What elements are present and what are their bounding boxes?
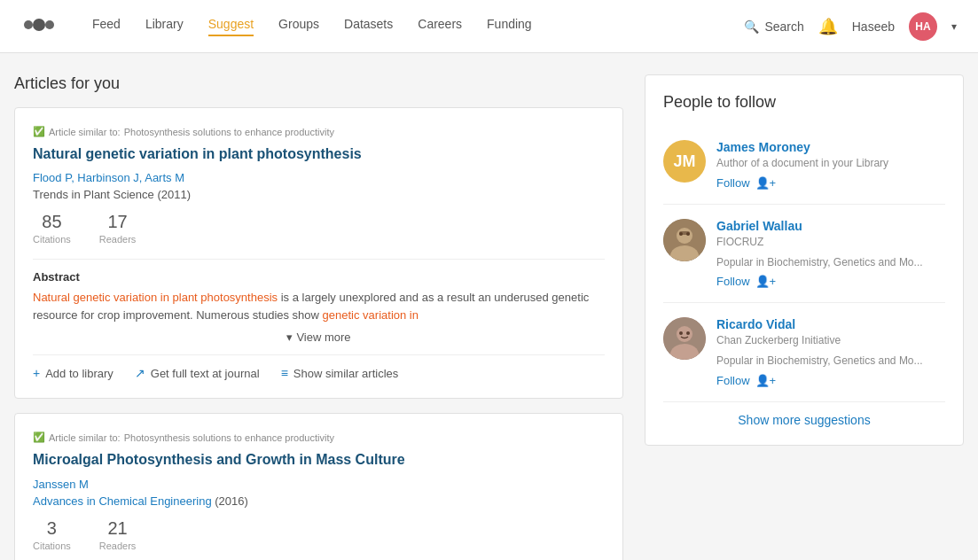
show-similar-label-1: Show similar articles: [293, 367, 398, 380]
people-section: People to follow JM James Moroney Author…: [645, 74, 964, 560]
svg-point-4: [677, 228, 692, 244]
person-item-gabriel: Gabriel Wallau FIOCRUZ Popular in Bioche…: [663, 205, 945, 304]
articles-section-title: Articles for you: [14, 74, 623, 93]
nav-careers[interactable]: Careers: [418, 17, 462, 36]
article-authors-2[interactable]: Janssen M: [33, 478, 605, 491]
nav-suggest[interactable]: Suggest: [208, 17, 254, 36]
follow-label-gabriel: Follow: [716, 275, 750, 288]
search-icon: 🔍: [744, 19, 759, 34]
get-full-text-label-1: Get full text at journal: [151, 367, 260, 380]
svg-point-0: [24, 20, 33, 29]
tag-article-1: Photosynthesis solutions to enhance prod…: [124, 127, 334, 137]
person-desc-gabriel: Popular in Biochemistry, Genetics and Mo…: [716, 255, 945, 270]
person-desc-james: Author of a document in your Library: [716, 156, 945, 171]
notifications-icon[interactable]: 🔔: [818, 17, 838, 36]
follow-icon-ricardo: 👤+: [755, 374, 777, 387]
person-name-james[interactable]: James Moroney: [716, 140, 945, 154]
avatar-gabriel: [663, 219, 706, 261]
person-org-ricardo: Chan Zuckerberg Initiative: [716, 333, 945, 348]
svg-rect-8: [679, 231, 690, 235]
person-name-gabriel[interactable]: Gabriel Wallau: [716, 219, 945, 233]
card-actions-1: + Add to library ↗ Get full text at jour…: [33, 354, 605, 380]
logo: [21, 14, 57, 38]
external-link-icon-1: ↗: [135, 366, 145, 380]
add-to-library-label-1: Add to library: [45, 367, 113, 380]
article-stats-2: 3 Citations 21 Readers: [33, 518, 605, 551]
articles-section: Articles for you ✅ Article similar to: P…: [14, 74, 623, 560]
search-button[interactable]: 🔍 Search: [744, 19, 803, 34]
readers-label-1: Readers: [99, 234, 137, 245]
abstract-title-1: Abstract: [33, 270, 605, 284]
nav-groups[interactable]: Groups: [278, 17, 319, 36]
chevron-down-icon-1: ▾: [286, 331, 293, 344]
tag-prefix-1: Article similar to:: [49, 127, 121, 137]
plus-icon-1: +: [33, 366, 40, 380]
user-menu-chevron[interactable]: ▾: [951, 20, 957, 33]
person-info-ricardo: Ricardo Vidal Chan Zuckerberg Initiative…: [716, 317, 945, 387]
follow-label-ricardo: Follow: [716, 374, 750, 387]
add-to-library-button-1[interactable]: + Add to library: [33, 366, 113, 380]
svg-point-12: [679, 331, 683, 335]
readers-stat-1: 17 Readers: [99, 212, 137, 245]
tag-article-2: Photosynthesis solutions to enhance prod…: [124, 432, 334, 443]
readers-label-2: Readers: [99, 541, 137, 551]
svg-point-10: [677, 326, 692, 342]
view-more-label-1: View more: [296, 331, 350, 344]
person-item-ricardo: Ricardo Vidal Chan Zuckerberg Initiative…: [663, 303, 945, 402]
show-similar-button-1[interactable]: ≡ Show similar articles: [281, 366, 399, 380]
nav-library[interactable]: Library: [145, 17, 184, 36]
article-tag-1: ✅ Article similar to: Photosynthesis sol…: [33, 126, 605, 137]
citations-number-2: 3: [33, 518, 71, 539]
follow-icon-gabriel: 👤+: [755, 275, 777, 288]
article-card-1: ✅ Article similar to: Photosynthesis sol…: [14, 107, 623, 399]
svg-point-1: [33, 19, 45, 31]
citations-number-1: 85: [33, 212, 71, 232]
user-avatar[interactable]: HA: [909, 12, 937, 41]
follow-button-gabriel[interactable]: Follow 👤+: [716, 275, 776, 288]
avatar-james: JM: [663, 140, 706, 183]
svg-point-2: [45, 20, 54, 29]
nav-datasets[interactable]: Datasets: [344, 17, 393, 36]
header: Feed Library Suggest Groups Datasets Car…: [0, 0, 978, 53]
citations-stat-2: 3 Citations: [33, 518, 71, 551]
person-desc-ricardo: Popular in Biochemistry, Genetics and Mo…: [716, 354, 945, 369]
article-journal-2: Advances in Chemical Engineering (2016): [33, 494, 605, 508]
svg-point-13: [686, 331, 690, 335]
article-card-2: ✅ Article similar to: Photosynthesis sol…: [14, 413, 623, 560]
check-icon-1: ✅: [33, 126, 45, 137]
tag-prefix-2: Article similar to:: [49, 432, 121, 443]
article-stats-1: 85 Citations 17 Readers: [33, 212, 605, 245]
abstract-text-1: Natural genetic variation in plant photo…: [33, 289, 605, 323]
article-title-2[interactable]: Microalgal Photosynthesis and Growth in …: [33, 450, 605, 470]
follow-button-james[interactable]: Follow 👤+: [716, 176, 776, 190]
article-tag-2: ✅ Article similar to: Photosynthesis sol…: [33, 432, 605, 443]
article-authors-1[interactable]: Flood P, Harbinson J, Aarts M: [33, 171, 605, 184]
person-item-james: JM James Moroney Author of a document in…: [663, 126, 945, 205]
person-info-gabriel: Gabriel Wallau FIOCRUZ Popular in Bioche…: [716, 219, 945, 289]
get-full-text-button-1[interactable]: ↗ Get full text at journal: [135, 366, 260, 380]
article-title-1[interactable]: Natural genetic variation in plant photo…: [33, 144, 605, 164]
citations-label-1: Citations: [33, 234, 71, 245]
people-section-title: People to follow: [663, 93, 945, 112]
nav-feed[interactable]: Feed: [92, 17, 121, 36]
search-label: Search: [764, 19, 803, 34]
follow-icon-james: 👤+: [755, 176, 777, 190]
readers-stat-2: 21 Readers: [99, 518, 137, 551]
avatar-ricardo: [663, 317, 706, 360]
follow-button-ricardo[interactable]: Follow 👤+: [716, 374, 776, 387]
main-content: Articles for you ✅ Article similar to: P…: [0, 53, 978, 560]
journal-name-2: Advances in Chemical Engineering: [33, 494, 212, 508]
readers-number-2: 21: [99, 518, 137, 539]
readers-number-1: 17: [99, 212, 137, 232]
person-name-ricardo[interactable]: Ricardo Vidal: [716, 317, 945, 331]
show-more-suggestions[interactable]: Show more suggestions: [663, 402, 945, 427]
abstract-section-1: Abstract Natural genetic variation in pl…: [33, 259, 605, 344]
citations-label-2: Citations: [33, 541, 71, 551]
article-journal-1: Trends in Plant Science (2011): [33, 188, 605, 201]
people-to-follow-card: People to follow JM James Moroney Author…: [645, 74, 964, 446]
citations-stat-1: 85 Citations: [33, 212, 71, 245]
view-more-button-1[interactable]: ▾ View more: [33, 331, 605, 344]
header-right: 🔍 Search 🔔 Haseeb HA ▾: [744, 12, 957, 41]
person-info-james: James Moroney Author of a document in yo…: [716, 140, 945, 190]
nav-funding[interactable]: Funding: [487, 17, 532, 36]
